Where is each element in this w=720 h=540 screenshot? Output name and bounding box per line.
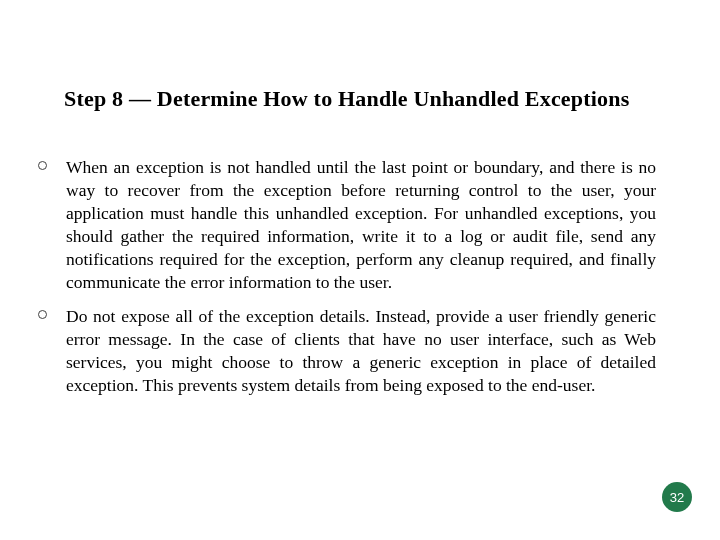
slide-title: Step 8 — Determine How to Handle Unhandl…	[64, 86, 656, 112]
bullet-list: When an exception is not handled until t…	[34, 156, 656, 397]
page-number-badge: 32	[662, 482, 692, 512]
list-item: Do not expose all of the exception detai…	[34, 305, 656, 397]
list-item: When an exception is not handled until t…	[34, 156, 656, 295]
slide-content: When an exception is not handled until t…	[34, 156, 656, 407]
bullet-text: Do not expose all of the exception detai…	[66, 306, 656, 395]
bullet-text: When an exception is not handled until t…	[66, 157, 656, 292]
slide: Step 8 — Determine How to Handle Unhandl…	[0, 0, 720, 540]
page-number: 32	[670, 490, 684, 505]
